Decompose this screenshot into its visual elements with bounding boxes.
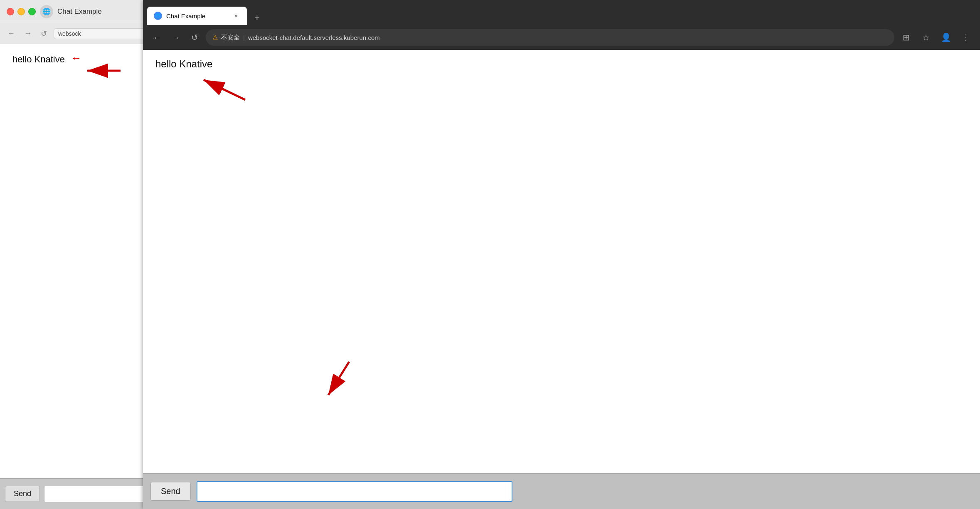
chrome-address-bar: ← → ↺ ⚠ 不安全 | websocket-chat.default.ser… bbox=[143, 25, 980, 50]
chrome-active-tab[interactable]: 🌐 Chat Example × bbox=[147, 7, 247, 25]
right-bottom-bar: Send bbox=[143, 473, 980, 509]
forward-button[interactable]: → bbox=[22, 28, 34, 39]
url-separator: | bbox=[243, 34, 245, 41]
chrome-url-field[interactable]: ⚠ 不安全 | websocket-chat.default.serverles… bbox=[206, 29, 894, 46]
left-url-text: websock bbox=[58, 30, 81, 37]
insecure-label: 不安全 bbox=[221, 34, 240, 42]
bookmark-icon[interactable]: ☆ bbox=[918, 30, 933, 45]
minimize-button[interactable] bbox=[17, 8, 25, 15]
chrome-reload-button[interactable]: ↺ bbox=[188, 31, 202, 44]
chrome-toolbar-icons: ⊞ ☆ 👤 ⋮ bbox=[899, 30, 973, 45]
left-window-title: Chat Example bbox=[57, 7, 102, 16]
tab-title-label: Chat Example bbox=[166, 12, 228, 20]
right-browser-window: 🌐 Chat Example × + ← → ↺ ⚠ 不安全 | websock… bbox=[143, 0, 980, 509]
right-chat-message: hello Knative bbox=[155, 58, 212, 69]
translate-icon[interactable]: ⊞ bbox=[899, 30, 914, 45]
reload-button[interactable]: ↺ bbox=[38, 28, 49, 39]
security-warning-icon: ⚠ bbox=[212, 34, 218, 41]
maximize-button[interactable] bbox=[28, 8, 36, 15]
traffic-lights bbox=[7, 8, 36, 15]
chrome-back-button[interactable]: ← bbox=[150, 31, 165, 44]
back-button[interactable]: ← bbox=[5, 28, 17, 39]
right-send-button[interactable]: Send bbox=[150, 482, 191, 501]
favicon-icon: 🌐 bbox=[40, 5, 53, 18]
chrome-tab-bar: 🌐 Chat Example × + bbox=[143, 0, 980, 25]
close-button[interactable] bbox=[7, 8, 14, 15]
tab-close-button[interactable]: × bbox=[232, 12, 240, 20]
menu-icon[interactable]: ⋮ bbox=[958, 30, 973, 45]
left-chat-message: hello Knative bbox=[12, 54, 65, 64]
left-arrow-annotation: ← bbox=[71, 52, 81, 64]
url-display: websocket-chat.default.serverless.kuberu… bbox=[248, 34, 380, 41]
left-send-button[interactable]: Send bbox=[5, 486, 40, 502]
chrome-forward-button[interactable]: → bbox=[169, 31, 184, 44]
tab-favicon-icon: 🌐 bbox=[154, 12, 162, 20]
avatar-icon[interactable]: 👤 bbox=[938, 30, 953, 45]
new-tab-button[interactable]: + bbox=[249, 12, 265, 23]
right-message-input[interactable] bbox=[197, 481, 512, 502]
right-page-content: hello Knative bbox=[143, 50, 980, 473]
